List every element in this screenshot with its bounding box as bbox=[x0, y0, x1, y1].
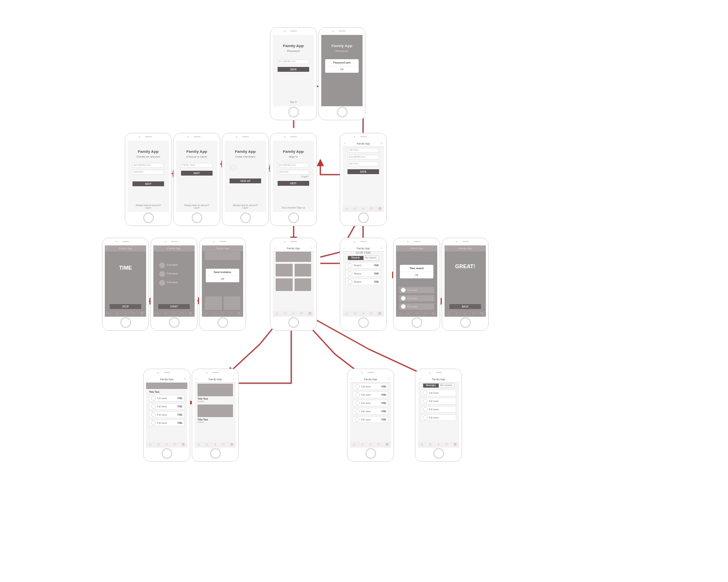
screen-members[interactable]: ‹Family App+ Members Full nameTIME Full … bbox=[347, 369, 394, 462]
screen-detail[interactable]: ‹Family App✎ Title Text Full nameTIME Fu… bbox=[143, 369, 190, 462]
start-button[interactable]: START bbox=[158, 304, 190, 309]
screen-choose-name[interactable]: Family App Choose a name Family name NEX… bbox=[173, 133, 220, 226]
screen-notifications[interactable]: ‹Family App Notifications MessagesNew re… bbox=[415, 369, 462, 462]
next-button[interactable]: NEXT bbox=[181, 171, 213, 176]
screen-start-members[interactable]: ‹Family App Full name Full name Full nam… bbox=[150, 238, 198, 331]
save-button[interactable]: SAVE bbox=[347, 169, 379, 174]
screen-home[interactable]: ‹Family App+ ⌂☆♀⚐⚙ bbox=[270, 238, 317, 331]
screen-invite-members[interactable]: Family App Invite members + SIGN UP Alre… bbox=[222, 133, 269, 226]
screen-edit-info[interactable]: ‹Family App✎ Edit info Full name jenny@h… bbox=[340, 133, 387, 226]
send-button[interactable]: SEND bbox=[278, 67, 309, 72]
screen-rewards[interactable]: ‹Family App+ Rewards 00:00 TIME RewardsM… bbox=[340, 238, 387, 331]
modal-send-invitation: Send invitation OK bbox=[206, 269, 239, 282]
screen-password[interactable]: Family App Password jenny@hello.com SEND… bbox=[270, 27, 317, 120]
ok-button[interactable]: OK bbox=[206, 275, 239, 280]
screen-time[interactable]: ‹Family App TIME STOP ⌂☆♀⚐⚙ bbox=[102, 238, 149, 331]
modal-password-sent: Password sent OK bbox=[325, 59, 359, 73]
screen-great[interactable]: ‹Family App Rewards GREAT! BACK ⌂☆♀⚐⚙ bbox=[442, 238, 489, 331]
modal-take-reward: Take reward OK bbox=[400, 265, 433, 278]
stop-button[interactable]: STOP bbox=[110, 304, 141, 309]
screen-password-sent[interactable]: Family App Password Password sent OK bbox=[318, 27, 365, 120]
screen-create-account[interactable]: Family App Create an account jenny@hello… bbox=[125, 133, 172, 226]
tab-bar[interactable]: ⌂☆♀⚐⚙ bbox=[273, 311, 314, 317]
back-icon[interactable]: ‹ bbox=[344, 142, 345, 145]
flow-canvas: Family App Password jenny@hello.com SEND… bbox=[0, 0, 728, 582]
screen-send-invitation[interactable]: ‹Family App Send invitation OK ⌂☆♀⚐⚙ bbox=[199, 238, 246, 331]
screen-take-reward[interactable]: ‹Family App Rewards Take reward OK Full … bbox=[393, 238, 440, 331]
back-button[interactable]: BACK bbox=[449, 304, 481, 309]
screen-signin[interactable]: Family App Sign in jenny@hello.com passw… bbox=[270, 133, 317, 226]
next-button[interactable]: NEXT bbox=[132, 181, 164, 186]
tab-bar[interactable]: ⌂☆♀⚐⚙ bbox=[343, 206, 384, 212]
ok-button[interactable]: OK bbox=[400, 272, 433, 276]
signup-button[interactable]: SIGN UP bbox=[230, 178, 261, 183]
app-title: Family App bbox=[273, 44, 314, 48]
tabs[interactable]: RewardsMy rewards bbox=[347, 256, 379, 260]
ok-button[interactable]: OK bbox=[325, 66, 359, 71]
screen-dinner[interactable]: ‹Family App+ Dinner Title Text Subtitle … bbox=[192, 369, 239, 462]
next-button[interactable]: NEXT bbox=[278, 181, 309, 186]
